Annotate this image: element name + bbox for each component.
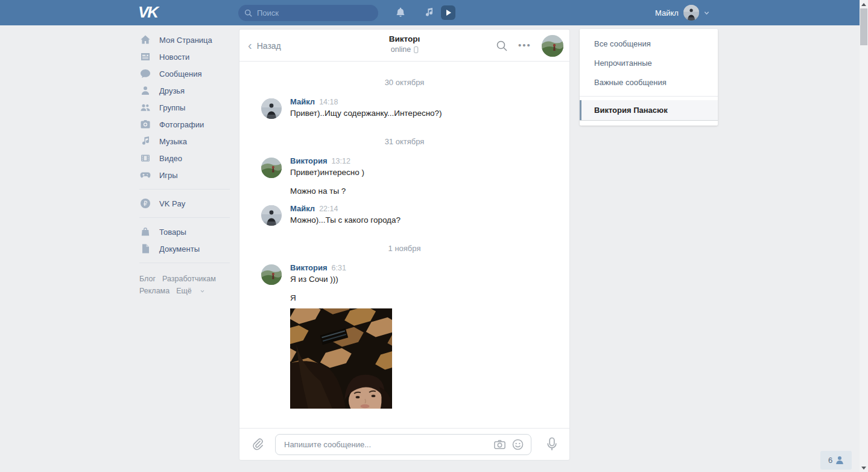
user-menu[interactable]: Майкл	[655, 0, 709, 25]
scrollbar-down-arrow[interactable]	[860, 464, 868, 472]
scrollbar-thumb[interactable]	[860, 8, 867, 45]
chevron-down-icon	[200, 289, 204, 293]
sender-name[interactable]: Майкл	[290, 204, 315, 213]
conversation-name: Виктория Панасюк	[594, 106, 668, 115]
date-separator: 30 октября	[239, 78, 569, 89]
message-time: 22:14	[319, 205, 338, 213]
triangle-up-icon	[861, 3, 866, 6]
footer-link-ads[interactable]: Реклама	[139, 287, 169, 295]
microphone-icon[interactable]	[546, 437, 558, 451]
video-play-icon[interactable]	[441, 5, 455, 20]
sender-avatar-majkl[interactable]	[261, 98, 282, 119]
back-label: Назад	[257, 41, 281, 51]
sender-name[interactable]: Виктория	[290, 263, 328, 272]
chat-search-icon[interactable]	[496, 40, 508, 52]
play-triangle	[446, 10, 451, 16]
bell-icon[interactable]	[394, 7, 407, 19]
sender-avatar-viktoria[interactable]	[261, 158, 282, 178]
footer-link-more[interactable]: Ещё	[176, 287, 204, 295]
smiley-icon[interactable]	[512, 438, 524, 451]
sender-name[interactable]: Майкл	[290, 97, 315, 106]
message-text: Можно)...Ты с какого города?	[290, 215, 569, 225]
user-avatar	[683, 5, 699, 21]
date-separator: 31 октября	[239, 137, 569, 148]
sidebar-item-friends[interactable]: Друзья	[139, 82, 230, 99]
sidebar-item-messages[interactable]: Сообщения	[139, 65, 230, 82]
message: Майкл14:18 Привет)..Ищу содержанку...Инт…	[239, 97, 569, 118]
person-icon	[835, 456, 844, 465]
message-text: Привет)..Ищу содержанку...Интересно?)	[290, 109, 569, 118]
sidebar-item-label: Группы	[159, 103, 185, 112]
footer-link-blog[interactable]: Блог	[139, 275, 156, 283]
gamepad-icon	[139, 169, 151, 181]
message-text: Привет)интересно )	[290, 168, 569, 177]
sidebar-item-photos[interactable]: Фотографии	[139, 116, 230, 133]
chat-title: Викторı	[389, 34, 420, 43]
message-time: 6:31	[332, 264, 346, 272]
market-bag-icon	[139, 226, 151, 238]
sender-name[interactable]: Виктория	[290, 156, 328, 165]
online-count: 6	[828, 456, 832, 465]
top-navigation-bar: VK Майкл	[0, 0, 860, 25]
online-friends-counter[interactable]: 6	[820, 451, 852, 470]
menu-item-unread[interactable]: Непрочитанные	[580, 54, 718, 73]
sidebar-divider	[139, 189, 230, 190]
page-scrollbar	[860, 0, 868, 472]
document-icon	[139, 243, 151, 255]
chat-actions-menu-icon[interactable]: •••	[516, 37, 534, 53]
message-text: Я из Сочи )))	[290, 275, 569, 284]
sidebar-item-video[interactable]: Видео	[139, 150, 230, 167]
friends-icon	[139, 85, 151, 97]
message: Виктория13:12 Привет)интересно )	[239, 156, 569, 177]
sidebar-item-label: Музыка	[159, 137, 187, 146]
camera-icon[interactable]	[493, 438, 506, 451]
message-history: 30 октября Майкл14:18 Привет)..Ищу содер…	[239, 62, 569, 428]
camera-icon	[139, 118, 151, 130]
sender-avatar-viktoria[interactable]	[261, 264, 282, 285]
back-button[interactable]: ‹ Назад	[248, 30, 281, 62]
sidebar-item-games[interactable]: Игры	[139, 167, 230, 183]
chat-header: ‹ Назад Викторı online •••	[239, 30, 569, 62]
message-header: Виктория6:31	[290, 263, 569, 272]
sidebar-item-vk-pay[interactable]: VK Pay	[139, 195, 230, 212]
online-status: online	[391, 45, 411, 54]
sidebar-item-label: VK Pay	[159, 199, 185, 208]
global-search[interactable]	[238, 5, 378, 21]
menu-item-important[interactable]: Важные сообщения	[580, 73, 718, 92]
sidebar-footer: БлогРазработчикам РекламаЕщё	[139, 273, 230, 297]
attachment-paperclip-icon[interactable]	[251, 438, 264, 451]
home-icon	[139, 34, 151, 46]
triangle-down-icon	[861, 467, 866, 470]
sidebar-item-groups[interactable]: Группы	[139, 99, 230, 116]
vk-logo[interactable]: VK	[138, 3, 157, 22]
menu-item-selected-conversation[interactable]: Виктория Панасюк	[580, 100, 718, 121]
sidebar-item-news[interactable]: Новости	[139, 48, 230, 65]
user-name: Майкл	[655, 8, 679, 18]
search-icon	[244, 9, 253, 18]
news-icon	[139, 51, 151, 63]
chat-panel: ‹ Назад Викторı online ••• 30 окт	[239, 29, 570, 461]
photo-attachment[interactable]	[290, 308, 392, 409]
sidebar-item-label: Моя Страница	[159, 36, 212, 45]
sidebar-item-documents[interactable]: Документы	[139, 240, 230, 257]
selected-accent-bar	[580, 100, 581, 120]
sidebar-item-market[interactable]: Товары	[139, 223, 230, 240]
menu-item-all-messages[interactable]: Все сообщения	[580, 34, 718, 54]
music-icon[interactable]	[423, 7, 435, 19]
sidebar-item-music[interactable]: Музыка	[139, 133, 230, 150]
message-header: Виктория13:12	[290, 156, 569, 165]
sidebar-item-label: Видео	[159, 154, 182, 163]
sidebar-item-label: Игры	[159, 171, 178, 180]
messages-filter-menu: Все сообщения Непрочитанные Важные сообщ…	[580, 29, 718, 126]
groups-icon	[139, 101, 151, 113]
chat-partner-avatar[interactable]	[542, 35, 563, 57]
sidebar-item-my-page[interactable]: Моя Страница	[139, 31, 230, 48]
message-text: Я	[239, 293, 569, 302]
sidebar-item-label: Товары	[159, 228, 186, 237]
sender-avatar-majkl[interactable]	[261, 205, 282, 226]
scrollbar-up-arrow[interactable]	[860, 0, 868, 8]
footer-link-developers[interactable]: Разработчикам	[162, 275, 216, 283]
chevron-left-icon: ‹	[248, 39, 252, 51]
search-input[interactable]	[257, 8, 372, 18]
music-note-icon	[139, 135, 151, 147]
